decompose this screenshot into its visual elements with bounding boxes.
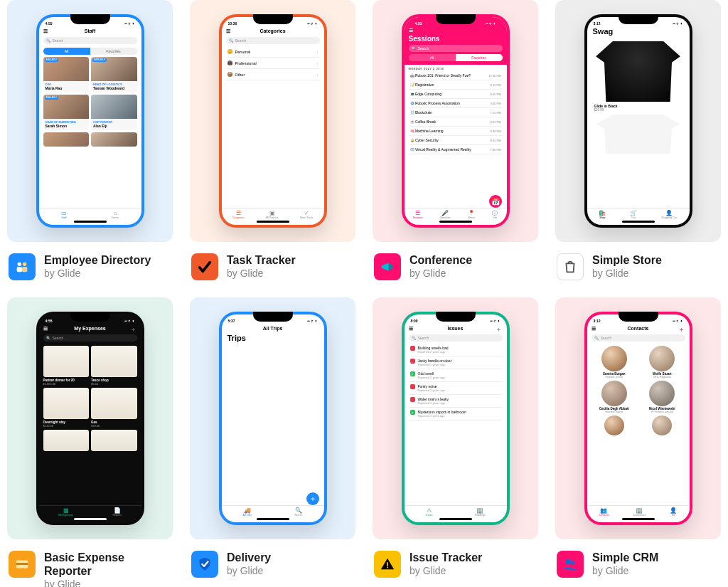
card-byline: by Glide [410, 268, 472, 279]
search-input[interactable]: 🔍 Search [43, 334, 137, 342]
product-image [596, 115, 680, 154]
list-item[interactable]: 📦Other› [226, 69, 320, 80]
card-preview: 8:00•• ᯤ ▮ ☰Issues＋ 🔍 Search Building sm… [373, 297, 538, 539]
card-title: Simple CRM [592, 551, 658, 564]
card-title: Simple Store [592, 253, 662, 267]
expense-item[interactable]: Tesco shop$5.64 [91, 346, 137, 386]
staff-card[interactable]: AVAILABLE HEAD OF LOGISTICS Tamsin Woodw… [91, 57, 137, 92]
card-employee-directory[interactable]: 4:55•• ᯤ ▮ ☰Staff 🔍 Search AllFavorites … [7, 0, 173, 280]
list-item[interactable]: Building smells badReported 2 years ago [409, 344, 503, 356]
list-item[interactable]: 💼Professional› [226, 58, 320, 69]
list-item[interactable]: 🥽 Virtual Reality & Augmented Reality7:3… [409, 145, 503, 154]
list-item[interactable]: 💻 Edge Computing8:45 PM [409, 90, 503, 99]
svg-point-1 [23, 263, 26, 267]
app-icon [374, 551, 401, 578]
staff-card[interactable]: COPYWRITER Alan Eiji [91, 95, 137, 130]
app-icon [191, 551, 218, 578]
card-simple-store[interactable]: 3:12•• ᯤ ▮ Swag Glide in Black $29.99 🛍️… [555, 0, 721, 280]
product-image [596, 41, 680, 102]
svg-rect-7 [387, 567, 388, 569]
card-preview: 3:12•• ᯤ ▮ Swag Glide in Black $29.99 🛍️… [555, 0, 721, 242]
app-icon [9, 253, 36, 280]
card-issue-tracker[interactable]: 8:00•• ᯤ ▮ ☰Issues＋ 🔍 Search Building sm… [373, 297, 538, 587]
expense-item[interactable]: Overnight stay$110.48 [43, 388, 90, 428]
card-byline: by Glide [592, 268, 662, 279]
phone-frame: 10:36•• ᯤ ▮ ☰Categories 🔍 Search 😊Person… [219, 14, 327, 228]
app-icon [191, 253, 218, 280]
app-icon [557, 551, 584, 578]
svg-rect-2 [17, 267, 22, 272]
svg-point-0 [18, 263, 21, 267]
card-preview: 4:55•• ᯤ ▮ ☰My Expenses＋ 🔍 Search Partne… [7, 297, 173, 539]
list-item[interactable]: ☕ Coffee Break8:25 PM [409, 117, 503, 127]
card-title: Employee Directory [44, 253, 151, 267]
list-item[interactable]: 🧠 Machine Learning8:30 PM [409, 127, 503, 136]
contact-card[interactable]: Cecilia Degli AbbatiFounder, Indero [592, 381, 638, 413]
staff-card[interactable]: AVAILABLE CEO Maria Rao [43, 57, 90, 92]
list-item[interactable]: ✓Odd smellReported 2 years ago [409, 369, 503, 382]
search-input[interactable]: 🔍 Search [226, 37, 320, 44]
svg-rect-6 [387, 562, 388, 566]
search-input[interactable]: 🔍 Search [409, 334, 503, 342]
fab-button[interactable]: ＋ [306, 492, 319, 505]
list-item[interactable]: ⚙️ Robotic Process Automation9:00 PM [409, 99, 503, 108]
staff-card[interactable]: AVAILABLE HEAD OF MARKETING Sarah Simon [43, 95, 90, 130]
card-title: Task Tracker [227, 253, 296, 267]
card-title: Issue Tracker [410, 551, 482, 564]
list-item[interactable]: Water main is leakyReported 2 years ago [409, 395, 503, 408]
card-preview: 5:37•• ᯤ ▮ All Trips Trips ＋ 🚚All Trips … [190, 297, 355, 539]
card-byline: by Glide [592, 565, 658, 576]
card-title: Basic Expense Reporter [44, 551, 171, 578]
card-expense-reporter[interactable]: 4:55•• ᯤ ▮ ☰My Expenses＋ 🔍 Search Partne… [7, 297, 173, 587]
card-preview: 4:55•• ᯤ ▮ ☰ Sessions 🔍 Search All Favor… [373, 0, 538, 242]
phone-frame: 4:55•• ᯤ ▮ ☰Staff 🔍 Search AllFavorites … [36, 14, 144, 228]
list-item[interactable]: 🔒 Cyber Security8:55 PM [409, 136, 503, 145]
expense-item[interactable]: Partner dinner for 20$1,065.00 [43, 346, 90, 386]
search-input[interactable]: 🔍 Search [409, 45, 503, 52]
app-icon [374, 253, 401, 280]
app-icon [9, 551, 36, 578]
list-item[interactable]: Funky noiseReported 2 years ago [409, 382, 503, 395]
search-input[interactable]: 🔍 Search [43, 37, 137, 44]
list-item[interactable]: 📝 Registration8:15 PM [409, 80, 503, 90]
card-preview: 4:55•• ᯤ ▮ ☰Staff 🔍 Search AllFavorites … [7, 0, 173, 242]
templates-grid: 4:55•• ᯤ ▮ ☰Staff 🔍 Search AllFavorites … [7, 0, 721, 587]
svg-rect-3 [22, 267, 27, 272]
segmented-control[interactable]: AllFavorites [43, 48, 137, 55]
card-preview: 10:36•• ᯤ ▮ ☰Categories 🔍 Search 😊Person… [190, 0, 355, 242]
card-byline: by Glide [44, 578, 171, 587]
card-task-tracker[interactable]: 10:36•• ᯤ ▮ ☰Categories 🔍 Search 😊Person… [190, 0, 355, 280]
card-byline: by Glide [227, 565, 271, 576]
list-item[interactable]: 😊Personal› [226, 46, 320, 58]
contact-card[interactable]: Wolfe StuartCEO, Boglewoo [639, 346, 685, 379]
contact-card[interactable]: Samira BuiganFounder, Zoosk [592, 346, 638, 379]
list-item[interactable]: 🤖 Robots 101: Friend or Deadly Foe?12:00… [409, 71, 503, 80]
search-input[interactable]: 🔍 Search [592, 334, 685, 342]
list-item[interactable]: ✓Mysterious vapors in bathroomReported 1… [409, 408, 503, 421]
card-title: Conference [410, 253, 472, 267]
contact-card[interactable]: Nicol WisniewskiVP Finance, pre-job [639, 381, 685, 413]
card-byline: by Glide [410, 565, 482, 576]
svg-rect-5 [16, 563, 28, 565]
list-item[interactable]: Janky handle on doorReported 2 years ago [409, 356, 503, 369]
svg-point-9 [571, 561, 575, 565]
card-byline: by Glide [44, 268, 151, 279]
nav-title: ☰Staff [39, 27, 141, 35]
card-title: Delivery [227, 551, 271, 564]
card-byline: by Glide [227, 268, 296, 279]
card-simple-crm[interactable]: 3:12•• ᯤ ▮ ☰Contacts＋ 🔍 Search Samira Bu… [555, 297, 721, 587]
card-conference[interactable]: 4:55•• ᯤ ▮ ☰ Sessions 🔍 Search All Favor… [373, 0, 538, 280]
card-preview: 3:12•• ᯤ ▮ ☰Contacts＋ 🔍 Search Samira Bu… [555, 297, 721, 539]
fab-button[interactable]: 📅 [489, 195, 502, 208]
card-delivery[interactable]: 5:37•• ᯤ ▮ All Trips Trips ＋ 🚚All Trips … [190, 297, 355, 587]
list-item[interactable]: ⛓️ Blockchain7:25 PM [409, 108, 503, 117]
app-icon [557, 253, 584, 280]
expense-item[interactable]: Gas$70.00 [91, 388, 137, 428]
svg-point-8 [566, 559, 571, 564]
